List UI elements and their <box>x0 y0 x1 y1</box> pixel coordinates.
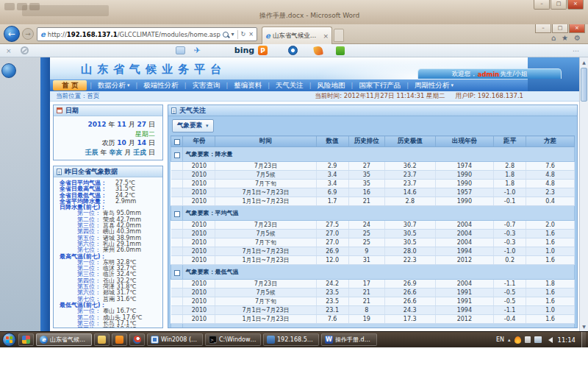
tools-gear-icon[interactable]: ⚙ <box>574 34 581 43</box>
section-expand-box[interactable] <box>174 211 180 217</box>
maximize-button[interactable]: □ <box>552 24 568 33</box>
row-lead-cell <box>171 230 183 238</box>
data-table-container: 年份时间数值历史排位历史极值出现年份距平方差气象要素：降水量20107月23日2… <box>168 135 577 328</box>
nav-item-3[interactable]: 灾害查询 <box>186 79 226 91</box>
refresh-icon[interactable]: ↻ <box>241 31 246 38</box>
new-tab-button[interactable] <box>334 29 344 42</box>
breadcrumb-location[interactable]: 当前位置：首页 <box>50 92 100 101</box>
maximize-button[interactable]: □ <box>551 0 567 10</box>
clock[interactable]: 11:14 <box>558 336 576 344</box>
taskbar-button-2[interactable] <box>94 333 110 346</box>
cell: 7月1日~7月23日 <box>215 247 316 256</box>
taskbar-button-6[interactable]: C:\Windows\s... <box>205 333 261 346</box>
column-header-7: 方差 <box>526 136 575 147</box>
nav-item-8[interactable]: 周期性分析▾ <box>409 79 459 91</box>
nav-item-4[interactable]: 整编资料 <box>228 79 268 91</box>
toolbar-close-icon[interactable]: × <box>6 47 12 54</box>
cell: 2004 <box>435 238 494 247</box>
taskbar-buttons: 山东省气候业...Win2008 (VS2...C:\Windows\s...1… <box>18 333 377 346</box>
taskbar-button-0[interactable] <box>18 333 34 346</box>
url-text[interactable]: http://192.168.137.1/GLCCLIMATE/modules/… <box>48 31 220 38</box>
cell: 14.6 <box>384 188 435 197</box>
cell: 7月1日~7月23日 <box>215 188 316 197</box>
favorites-star-icon[interactable]: ★ <box>562 34 568 43</box>
row-lead-cell <box>171 315 183 324</box>
rocket-icon[interactable] <box>313 46 323 56</box>
taskbar-button-3[interactable] <box>112 333 127 346</box>
section-expand-box[interactable] <box>174 270 180 276</box>
search-dropdown-icon[interactable]: ▾ <box>232 31 234 38</box>
scrollbar-thumb[interactable] <box>581 68 587 102</box>
stop-icon[interactable]: × <box>248 31 254 38</box>
cell: 30.5 <box>384 230 435 238</box>
page-title: 山东省气候业务平台 <box>81 63 226 77</box>
select-all-box[interactable] <box>174 139 180 145</box>
taskbar-button-1[interactable]: 山东省气候业... <box>36 333 92 346</box>
cell: 2.0 <box>526 221 575 230</box>
volume-icon[interactable] <box>545 337 553 343</box>
flame-tray-icon[interactable] <box>514 336 521 344</box>
taskbar-button-5[interactable]: Win2008 (VS2... <box>147 333 203 346</box>
taskbar-button-label: 192.168.59.99... <box>277 336 315 343</box>
rank-value: 莒南 31.6℃ <box>101 297 136 302</box>
rings-icon[interactable] <box>288 46 298 55</box>
home-icon[interactable]: ⌂ <box>551 34 556 43</box>
section-title: 气象要素：最低气温 <box>183 265 575 280</box>
row-lead-cell <box>171 188 183 197</box>
back-button[interactable]: ← <box>4 26 20 42</box>
start-button[interactable] <box>2 333 16 347</box>
show-desktop-button[interactable] <box>581 332 586 347</box>
forward-button[interactable]: → <box>22 28 34 40</box>
close-button[interactable]: × <box>569 24 585 33</box>
language-indicator[interactable]: EN <box>496 336 504 343</box>
page-scrollbar[interactable]: ▲ ▼ <box>579 57 588 331</box>
helper-ball-icon[interactable] <box>1 63 16 78</box>
search-p-icon[interactable]: P <box>258 46 268 55</box>
addon-puzzle-icon[interactable] <box>336 46 345 55</box>
scroll-down-icon[interactable]: ▼ <box>580 322 588 331</box>
cell: -1.1 <box>494 306 526 315</box>
close-button[interactable]: × <box>567 0 584 10</box>
nav-item-0[interactable]: 首 页 <box>53 80 87 91</box>
cell: 23.5 <box>316 289 348 297</box>
nav-item-6[interactable]: 风险地图 <box>312 79 351 91</box>
paper-plane-icon[interactable]: ✈ <box>194 46 201 55</box>
table-row: 20107月23日2.92736.219742.87.6 <box>171 162 575 171</box>
row-lead-cell <box>171 197 183 206</box>
cell: 1990 <box>435 171 494 180</box>
browser-tab[interactable]: e 山东省气候业务平... × <box>262 26 332 44</box>
taskbar-button-7[interactable]: 192.168.59.99... <box>263 333 319 346</box>
minimize-button[interactable]: – <box>534 0 550 10</box>
address-bar[interactable]: e http://192.168.137.1/GLCCLIMATE/module… <box>37 27 257 41</box>
nav-item-2[interactable]: 极端性分析 <box>137 79 184 91</box>
solar-date: 2012 年 11 月 27 日 <box>57 120 155 130</box>
nav-item-7[interactable]: 国家下行产品 <box>353 79 406 91</box>
tray-expand-icon[interactable]: ▴ <box>508 337 511 343</box>
action-center-flag-icon[interactable] <box>525 336 531 343</box>
tab-close-icon[interactable]: × <box>323 32 329 40</box>
cell: -0.4 <box>494 315 526 324</box>
taskbar-button-8[interactable]: 操作手册.docx ... <box>321 333 377 346</box>
cell: 1974 <box>435 162 494 171</box>
nav-item-5[interactable]: 天气关注 <box>270 79 309 91</box>
tab-title[interactable]: 山东省气候业务平... <box>273 32 321 40</box>
taskbar-button-4[interactable] <box>129 333 145 346</box>
taskbar: 山东省气候业...Win2008 (VS2...C:\Windows\s...1… <box>0 331 588 347</box>
scroll-up-icon[interactable]: ▲ <box>580 57 588 67</box>
section-expand-box[interactable] <box>174 152 180 158</box>
network-icon[interactable] <box>534 336 542 343</box>
card-reader-icon[interactable] <box>176 46 185 54</box>
cell: 1957 <box>435 188 494 197</box>
minimize-button[interactable]: – <box>535 24 551 33</box>
nav-item-1[interactable]: 数据分析▾ <box>92 79 136 91</box>
bing-logo[interactable]: bing <box>234 46 254 55</box>
cell: 2010 <box>183 171 215 180</box>
ribbon-area <box>22 5 109 16</box>
element-dropdown-button[interactable]: 气象要素 ▾ <box>172 119 214 132</box>
site-favicon: e <box>40 30 46 38</box>
cell: 27.5 <box>316 221 348 230</box>
more-options-icon[interactable]: ⋯ <box>573 47 581 54</box>
taskbar-button-label: Win2008 (VS2... <box>161 336 199 343</box>
search-icon[interactable] <box>223 32 229 38</box>
cell: 22.3 <box>384 256 435 265</box>
